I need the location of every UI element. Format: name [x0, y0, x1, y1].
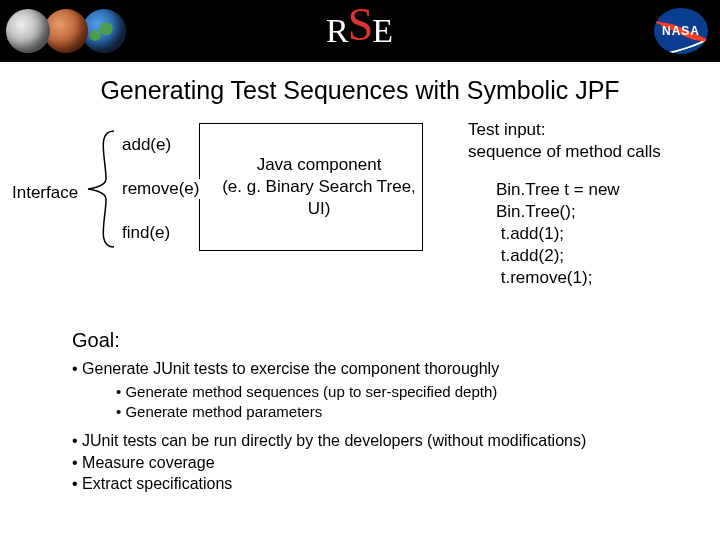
- goal-bullet-4: Extract specifications: [72, 473, 672, 495]
- planet-row: [6, 9, 120, 53]
- rse-e: E: [372, 12, 394, 50]
- goal-bullet-1: Generate JUnit tests to exercise the com…: [72, 358, 672, 380]
- goal-sub-1: Generate method sequences (up to ser-spe…: [116, 382, 672, 402]
- moon-icon: [6, 9, 50, 53]
- test-input-line1: Test input:: [468, 119, 661, 141]
- box-line2: (e. g. Binary Search Tree,: [222, 176, 416, 198]
- diagram: Interface add(e) remove(e) find(e) Java …: [0, 117, 720, 307]
- test-input-heading: Test input: sequence of method calls: [468, 119, 661, 163]
- nasa-text: NASA: [662, 24, 700, 38]
- goal-bullet-2: JUnit tests can be run directly by the d…: [72, 430, 672, 452]
- goal-section: Goal: Generate JUnit tests to exercise t…: [0, 327, 720, 495]
- java-component-box: Java component (e. g. Binary Search Tree…: [199, 123, 423, 251]
- interface-label: Interface: [12, 183, 78, 203]
- rse-r: R: [326, 12, 350, 50]
- goal-bullet-3: Measure coverage: [72, 452, 672, 474]
- mars-icon: [44, 9, 88, 53]
- test-input-line2: sequence of method calls: [468, 141, 661, 163]
- earth-icon: [82, 9, 126, 53]
- box-line3: UI): [308, 198, 331, 220]
- method-add: add(e): [120, 135, 173, 155]
- method-find: find(e): [120, 223, 172, 243]
- header-banner: R S E NASA: [0, 0, 720, 62]
- test-input-code: Bin.Tree t = new Bin.Tree(); t.add(1); t…: [496, 179, 620, 289]
- goal-sub-2: Generate method parameters: [116, 402, 672, 422]
- method-remove: remove(e): [120, 179, 201, 199]
- rse-s: S: [348, 8, 375, 42]
- rse-logo: R S E: [326, 12, 394, 50]
- nasa-logo: NASA: [654, 8, 708, 54]
- box-line1: Java component: [257, 154, 382, 176]
- slide-title: Generating Test Sequences with Symbolic …: [0, 76, 720, 105]
- goal-heading: Goal:: [72, 327, 672, 354]
- curly-brace-icon: [86, 129, 116, 249]
